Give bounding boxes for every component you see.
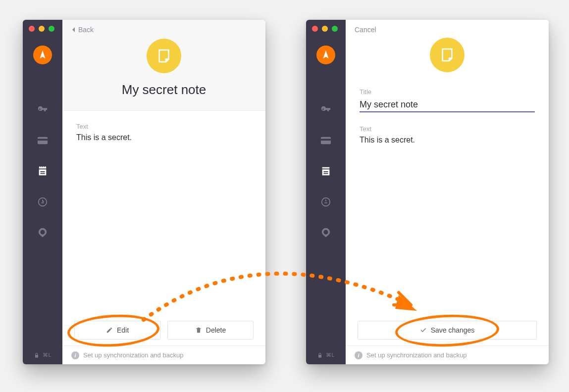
lock-shortcut[interactable]: ⌘L [306, 352, 346, 358]
edit-header: Cancel [346, 20, 549, 76]
text-field-value: This is a secret. [76, 133, 252, 142]
save-button-label: Save changes [431, 326, 475, 334]
check-icon [420, 327, 427, 334]
pencil-icon [106, 327, 113, 334]
close-window-button[interactable] [29, 26, 35, 32]
app-logo-icon [33, 46, 52, 64]
edit-button-label: Edit [117, 326, 129, 334]
note-title: My secret note [122, 82, 207, 98]
text-field-value[interactable]: This is a secret. [360, 136, 535, 145]
lock-icon [34, 352, 40, 358]
svg-rect-1 [38, 139, 48, 141]
action-buttons: Edit Delete [62, 321, 265, 345]
app-window-edit: ⌘L Cancel Title Text This is a secret. S… [306, 20, 549, 364]
window-controls [312, 26, 338, 32]
window-controls [29, 26, 54, 32]
sidebar-item-passwords[interactable] [316, 100, 336, 120]
footer-text: Set up synchronization and backup [83, 351, 183, 359]
app-logo-icon [316, 46, 335, 64]
delete-button[interactable]: Delete [167, 321, 254, 340]
maximize-window-button[interactable] [49, 26, 54, 32]
svg-rect-3 [40, 173, 45, 174]
svg-rect-9 [323, 171, 328, 172]
content-view: Back My secret note Text This is a secre… [62, 20, 265, 364]
maximize-window-button[interactable] [332, 26, 338, 32]
app-window-view: ⌘L Back My secret note Text This is a se… [23, 20, 265, 364]
sidebar-item-cards[interactable] [33, 131, 52, 150]
title-input[interactable] [360, 98, 535, 112]
lock-shortcut[interactable]: ⌘L [23, 352, 62, 358]
title-field-label: Title [360, 88, 535, 96]
edit-body: Title Text This is a secret. [346, 76, 549, 321]
sidebar-item-generator[interactable] [316, 192, 336, 212]
info-icon: i [355, 351, 362, 359]
close-window-button[interactable] [312, 26, 318, 32]
footer[interactable]: i Set up synchronization and backup [346, 345, 549, 364]
lock-icon [317, 352, 323, 358]
footer[interactable]: i Set up synchronization and backup [62, 345, 265, 364]
sidebar-item-generator[interactable] [33, 192, 52, 212]
sidebar: ⌘L [306, 20, 346, 364]
svg-rect-10 [323, 173, 328, 174]
note-header: Back My secret note [62, 20, 265, 111]
sidebar-item-cards[interactable] [316, 131, 336, 150]
svg-point-11 [322, 198, 330, 206]
edit-button[interactable]: Edit [74, 321, 160, 340]
sidebar-item-passwords[interactable] [33, 100, 52, 120]
back-button[interactable]: Back [71, 26, 94, 34]
svg-rect-6 [42, 231, 44, 232]
trash-icon [195, 327, 202, 334]
sidebar-item-security[interactable] [33, 223, 52, 243]
delete-button-label: Delete [206, 326, 226, 334]
content-edit: Cancel Title Text This is a secret. Save… [346, 20, 549, 364]
cancel-button[interactable]: Cancel [355, 26, 376, 34]
minimize-window-button[interactable] [39, 26, 45, 32]
note-body: Text This is a secret. [62, 111, 265, 321]
footer-text: Set up synchronization and backup [366, 351, 466, 359]
sidebar: ⌘L [23, 20, 62, 364]
action-buttons: Save changes [346, 321, 549, 345]
back-label: Back [78, 26, 94, 34]
svg-rect-2 [40, 171, 45, 172]
note-type-icon [147, 39, 181, 73]
lock-shortcut-label: ⌘L [326, 352, 334, 358]
info-icon: i [71, 351, 79, 359]
lock-shortcut-label: ⌘L [43, 352, 51, 358]
cancel-label: Cancel [355, 26, 376, 34]
sidebar-item-notes[interactable] [316, 161, 336, 181]
save-changes-button[interactable]: Save changes [358, 321, 537, 340]
svg-rect-8 [321, 139, 331, 141]
sidebar-item-security[interactable] [316, 223, 336, 243]
text-field-label: Text [76, 123, 252, 130]
chevron-left-icon [71, 27, 76, 33]
sidebar-item-notes[interactable] [33, 161, 52, 181]
text-field-label: Text [360, 125, 535, 133]
minimize-window-button[interactable] [322, 26, 328, 32]
note-type-icon [430, 38, 465, 72]
